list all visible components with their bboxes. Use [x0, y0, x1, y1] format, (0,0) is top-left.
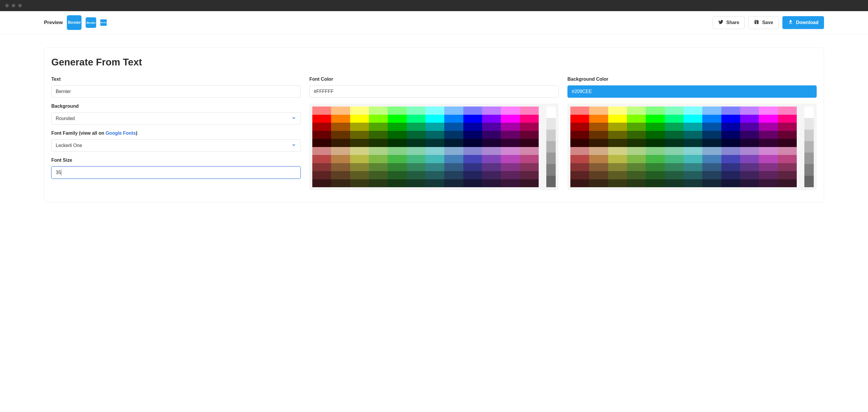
color-swatch[interactable] — [759, 107, 778, 115]
color-swatch[interactable] — [520, 139, 539, 147]
color-swatch[interactable] — [665, 107, 684, 115]
color-swatch[interactable] — [702, 123, 721, 131]
gray-swatch[interactable] — [546, 164, 556, 175]
color-swatch[interactable] — [426, 163, 444, 171]
color-swatch[interactable] — [721, 123, 740, 131]
color-swatch[interactable] — [589, 123, 608, 131]
preview-thumb-small[interactable]: Bernier — [100, 19, 107, 26]
color-swatch[interactable] — [684, 163, 702, 171]
color-swatch[interactable] — [350, 171, 369, 179]
gray-swatch[interactable] — [546, 130, 556, 141]
color-swatch[interactable] — [721, 171, 740, 179]
color-swatch[interactable] — [501, 123, 520, 131]
color-swatch[interactable] — [646, 123, 664, 131]
color-swatch[interactable] — [589, 179, 608, 187]
color-swatch[interactable] — [778, 115, 797, 123]
color-swatch[interactable] — [520, 123, 539, 131]
font-size-input[interactable]: 35 — [51, 167, 301, 179]
color-swatch[interactable] — [589, 107, 608, 115]
color-swatch[interactable] — [627, 155, 646, 163]
font-color-input[interactable]: #FFFFFF — [309, 85, 559, 98]
color-swatch[interactable] — [759, 171, 778, 179]
color-swatch[interactable] — [388, 139, 406, 147]
color-swatch[interactable] — [570, 131, 589, 139]
color-swatch[interactable] — [702, 131, 721, 139]
color-swatch[interactable] — [463, 155, 482, 163]
color-swatch[interactable] — [482, 107, 501, 115]
color-swatch[interactable] — [721, 139, 740, 147]
color-swatch[interactable] — [426, 123, 444, 131]
color-swatch[interactable] — [778, 139, 797, 147]
color-swatch[interactable] — [407, 147, 426, 155]
color-swatch[interactable] — [702, 155, 721, 163]
color-swatch[interactable] — [444, 123, 463, 131]
color-swatch[interactable] — [684, 115, 702, 123]
color-swatch[interactable] — [646, 163, 664, 171]
gray-swatch[interactable] — [804, 153, 814, 164]
color-swatch[interactable] — [759, 179, 778, 187]
color-swatch[interactable] — [589, 163, 608, 171]
color-swatch[interactable] — [570, 171, 589, 179]
color-swatch[interactable] — [369, 115, 388, 123]
color-swatch[interactable] — [684, 107, 702, 115]
color-swatch[interactable] — [646, 147, 664, 155]
color-swatch[interactable] — [331, 123, 350, 131]
gray-swatch[interactable] — [546, 107, 556, 118]
color-swatch[interactable] — [778, 131, 797, 139]
color-swatch[interactable] — [702, 179, 721, 187]
color-swatch[interactable] — [520, 155, 539, 163]
color-swatch[interactable] — [646, 179, 664, 187]
color-swatch[interactable] — [759, 131, 778, 139]
color-swatch[interactable] — [482, 131, 501, 139]
color-swatch[interactable] — [350, 179, 369, 187]
color-swatch[interactable] — [570, 107, 589, 115]
color-swatch[interactable] — [721, 115, 740, 123]
color-swatch[interactable] — [520, 179, 539, 187]
color-swatch[interactable] — [369, 171, 388, 179]
color-swatch[interactable] — [388, 155, 406, 163]
color-swatch[interactable] — [684, 171, 702, 179]
color-swatch[interactable] — [426, 179, 444, 187]
color-swatch[interactable] — [702, 139, 721, 147]
color-swatch[interactable] — [331, 107, 350, 115]
color-swatch[interactable] — [482, 147, 501, 155]
color-swatch[interactable] — [369, 155, 388, 163]
color-swatch[interactable] — [407, 155, 426, 163]
color-swatch[interactable] — [665, 163, 684, 171]
color-swatch[interactable] — [463, 115, 482, 123]
color-grid[interactable] — [570, 107, 797, 187]
color-swatch[interactable] — [520, 163, 539, 171]
color-swatch[interactable] — [608, 115, 627, 123]
color-swatch[interactable] — [759, 123, 778, 131]
color-swatch[interactable] — [463, 171, 482, 179]
color-swatch[interactable] — [740, 163, 759, 171]
color-swatch[interactable] — [608, 131, 627, 139]
color-swatch[interactable] — [350, 139, 369, 147]
color-swatch[interactable] — [388, 123, 406, 131]
color-swatch[interactable] — [312, 179, 331, 187]
color-swatch[interactable] — [312, 123, 331, 131]
color-swatch[interactable] — [463, 107, 482, 115]
color-swatch[interactable] — [684, 155, 702, 163]
color-swatch[interactable] — [501, 107, 520, 115]
color-swatch[interactable] — [759, 139, 778, 147]
color-swatch[interactable] — [608, 155, 627, 163]
color-swatch[interactable] — [627, 107, 646, 115]
color-swatch[interactable] — [312, 115, 331, 123]
color-swatch[interactable] — [463, 163, 482, 171]
color-swatch[interactable] — [589, 147, 608, 155]
color-swatch[interactable] — [407, 131, 426, 139]
color-swatch[interactable] — [426, 131, 444, 139]
color-swatch[interactable] — [426, 107, 444, 115]
color-swatch[interactable] — [740, 147, 759, 155]
color-swatch[interactable] — [312, 147, 331, 155]
color-swatch[interactable] — [665, 123, 684, 131]
color-swatch[interactable] — [388, 107, 406, 115]
color-swatch[interactable] — [665, 115, 684, 123]
color-swatch[interactable] — [444, 107, 463, 115]
color-swatch[interactable] — [520, 107, 539, 115]
color-swatch[interactable] — [388, 179, 406, 187]
color-swatch[interactable] — [778, 123, 797, 131]
preview-thumb-medium[interactable]: Bernier — [86, 17, 96, 28]
color-swatch[interactable] — [482, 155, 501, 163]
